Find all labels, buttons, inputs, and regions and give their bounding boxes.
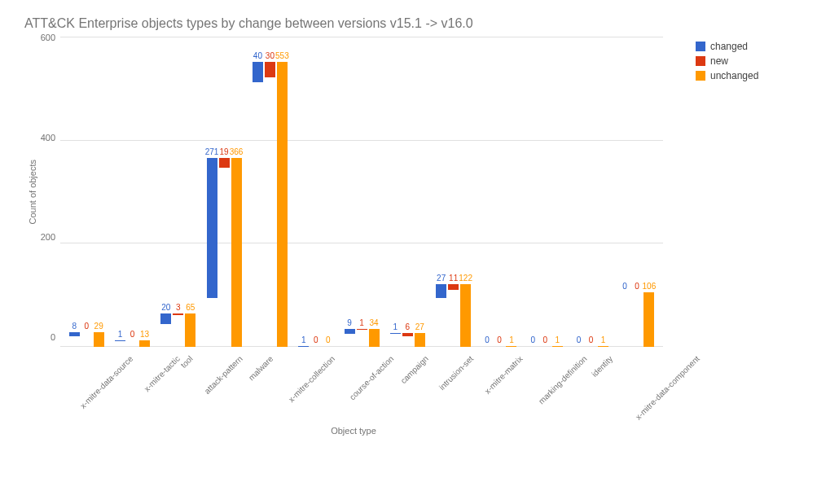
data-label: 27	[415, 322, 424, 333]
data-label: 11	[449, 274, 458, 284]
bar: 0	[81, 332, 92, 333]
bar: 29	[94, 332, 104, 347]
bar: 0	[528, 346, 538, 347]
data-label: 13	[140, 330, 149, 340]
legend-swatch-icon	[696, 56, 705, 66]
data-label: 1	[509, 335, 514, 346]
legend-label: changed	[710, 41, 748, 52]
data-label: 553	[275, 51, 289, 62]
data-label: 8	[72, 322, 77, 332]
x-tick-label: course-of-action	[347, 354, 394, 401]
bar-group: 8029	[64, 332, 109, 347]
data-label: 0	[497, 335, 502, 346]
y-tick: 200	[41, 232, 55, 242]
bar: 19	[219, 158, 230, 168]
plot-area: 8029101320365271193664030553100913416272…	[60, 37, 663, 347]
x-tick-label: intrusion-set	[437, 354, 474, 392]
data-label: 1	[393, 322, 398, 333]
data-label: 0	[622, 282, 627, 292]
legend-swatch-icon	[696, 71, 705, 81]
x-tick-label: x-mitre-data-source	[78, 354, 134, 410]
data-label: 366	[230, 147, 244, 158]
legend-swatch-icon	[696, 42, 705, 51]
bar-group: 100	[293, 346, 339, 347]
bar: 1	[552, 346, 563, 347]
data-label: 106	[643, 282, 657, 292]
x-tick-label: x-mitre-matrix	[483, 354, 525, 396]
y-tick: 400	[41, 133, 55, 142]
x-tick-label: x-mitre-collection	[287, 354, 336, 404]
bar-group: 9134	[339, 329, 384, 347]
y-tick: 0	[51, 332, 55, 342]
x-tick-label: x-mitre-tactic	[142, 354, 181, 393]
data-label: 65	[186, 303, 195, 313]
bar: 271	[207, 158, 217, 298]
bar: 0	[619, 292, 630, 293]
data-label: 0	[635, 282, 639, 292]
bar: 0	[586, 346, 596, 347]
x-tick-cell: marking-definition	[516, 347, 580, 361]
data-label: 20	[161, 303, 170, 313]
bar: 0	[573, 346, 584, 347]
bar: 34	[369, 329, 380, 347]
bar: 122	[460, 284, 471, 347]
bar-group: 1627	[384, 333, 430, 347]
bar: 0	[323, 346, 333, 347]
bar: 1	[390, 333, 401, 334]
bar: 1	[598, 346, 608, 347]
x-tick-label: malware	[247, 354, 275, 383]
x-tick-label: campaign	[399, 354, 430, 385]
bar-group: 2711122	[431, 284, 477, 347]
bar: 13	[139, 340, 150, 347]
data-label: 0	[531, 335, 536, 346]
data-label: 122	[459, 274, 472, 284]
x-axis-label: Object type	[52, 426, 655, 436]
data-label: 0	[326, 335, 331, 346]
bar: 0	[494, 346, 504, 347]
bar: 1	[506, 346, 516, 347]
x-tick-label: marking-definition	[537, 354, 589, 406]
bar-group: 1013	[109, 340, 155, 347]
data-label: 1	[359, 318, 364, 329]
data-label: 6	[406, 322, 411, 333]
bar: 366	[231, 158, 242, 347]
bar-group: 001	[522, 346, 568, 347]
bar-group: 4030553	[247, 62, 292, 347]
bar: 1	[357, 329, 367, 330]
legend: changed new unchanged	[696, 41, 758, 436]
x-tick-cell: x-mitre-collection	[266, 347, 328, 361]
data-label: 0	[314, 335, 318, 346]
y-axis-label: Count of objects	[24, 160, 37, 225]
bar: 40	[253, 62, 263, 82]
bar: 0	[631, 292, 642, 293]
data-label: 0	[543, 335, 548, 346]
data-label: 30	[266, 51, 275, 62]
x-tick-cell: x-mitre-data-source	[55, 347, 126, 361]
bar: 11	[448, 284, 459, 290]
bar: 0	[481, 346, 492, 347]
data-label: 271	[205, 147, 219, 158]
data-label: 27	[437, 274, 446, 284]
x-tick-label: identity	[590, 354, 614, 379]
data-label: 0	[577, 335, 582, 346]
bar-group: 001	[568, 346, 613, 347]
data-label: 0	[84, 322, 89, 332]
bar-group: 001	[477, 346, 522, 347]
bar: 20	[160, 313, 171, 324]
bar-group: 27119366	[201, 158, 247, 347]
data-label: 3	[176, 303, 181, 313]
data-label: 1	[556, 335, 560, 346]
bar: 0	[127, 340, 138, 341]
bars-layer: 8029101320365271193664030553100913416272…	[60, 37, 663, 347]
data-label: 34	[369, 318, 378, 329]
bar: 106	[643, 292, 654, 347]
x-tick-label: x-mitre-data-component	[634, 354, 701, 422]
data-label: 1	[118, 330, 123, 340]
bar: 0	[540, 346, 551, 347]
chart-container: Count of objects 600 400 200 0 802910132…	[24, 37, 801, 436]
legend-label: new	[710, 55, 728, 67]
bar: 8	[69, 332, 80, 336]
legend-label: unchanged	[710, 70, 758, 81]
bar: 3	[173, 313, 183, 315]
bar: 553	[277, 62, 288, 347]
